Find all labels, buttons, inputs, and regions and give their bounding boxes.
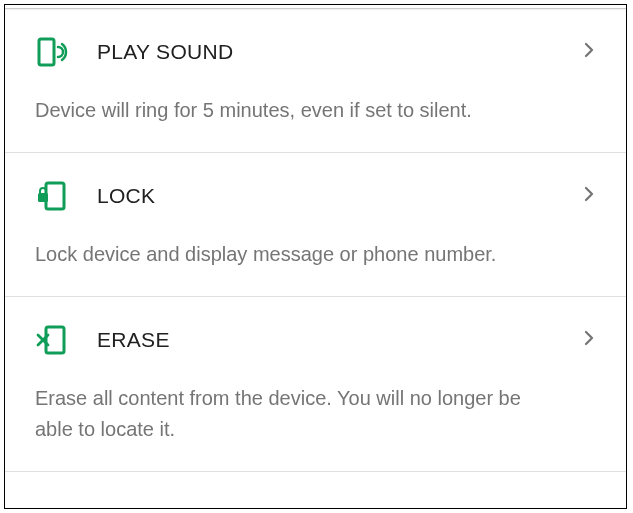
chevron-right-icon [580, 41, 598, 63]
svg-rect-1 [46, 183, 64, 209]
action-header: PLAY SOUND [35, 35, 598, 69]
action-description: Device will ring for 5 minutes, even if … [35, 95, 598, 126]
action-lock[interactable]: LOCK Lock device and display message or … [5, 153, 626, 297]
action-title: ERASE [97, 328, 580, 352]
phone-erase-icon [35, 323, 69, 357]
phone-ring-icon [35, 35, 69, 69]
action-play-sound[interactable]: PLAY SOUND Device will ring for 5 minute… [5, 9, 626, 153]
chevron-right-icon [580, 329, 598, 351]
chevron-right-icon [580, 185, 598, 207]
action-title: LOCK [97, 184, 580, 208]
action-erase[interactable]: ERASE Erase all content from the device.… [5, 297, 626, 472]
svg-rect-2 [38, 193, 48, 202]
phone-lock-icon [35, 179, 69, 213]
action-title: PLAY SOUND [97, 40, 580, 64]
action-header: LOCK [35, 179, 598, 213]
action-description: Lock device and display message or phone… [35, 239, 598, 270]
actions-panel: PLAY SOUND Device will ring for 5 minute… [4, 4, 627, 509]
svg-rect-0 [39, 39, 54, 65]
action-description: Erase all content from the device. You w… [35, 383, 598, 445]
svg-rect-3 [46, 327, 64, 353]
action-header: ERASE [35, 323, 598, 357]
